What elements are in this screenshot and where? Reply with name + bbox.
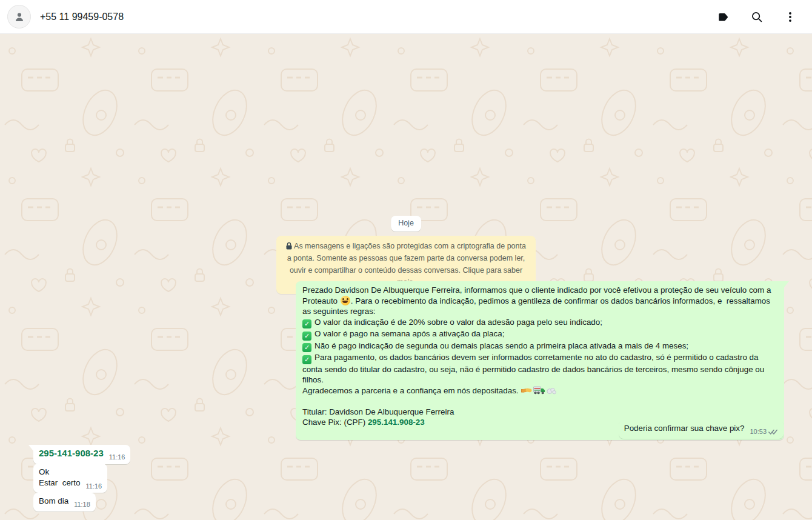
dust-cloud-emoji [547, 387, 556, 395]
grinning-face-emoji [341, 296, 350, 305]
pix-key-link[interactable]: 295.141.908-23 [368, 418, 425, 427]
message-text: Ok Estar certo [39, 467, 80, 487]
search-icon-glyph [750, 10, 764, 24]
message-meta: 11:18 [74, 499, 90, 510]
rule-line: Para pagamento, os dados bancários devem… [302, 352, 777, 385]
truck-emoji [533, 386, 545, 395]
message-meta: 10:53 [750, 427, 778, 438]
titular-line: Titular: Davidson De Albuquerque Ferreir… [302, 407, 777, 418]
kebab-menu-icon[interactable] [783, 10, 797, 24]
timestamp: 10:53 [750, 427, 767, 438]
rule-text: Para pagamento, os dados bancários devem… [302, 353, 767, 384]
message-meta: 11:16 [85, 481, 102, 492]
message-text: Poderia confirmar sua chave pix? [624, 424, 745, 433]
encryption-notice-text: As mensagens e ligações são protegidas c… [287, 242, 526, 287]
chat-area: Hoje As mensagens e ligações são protegi… [0, 34, 812, 520]
person-icon [13, 10, 26, 24]
kebab-menu-glyph [784, 10, 797, 24]
double-check-icon [768, 429, 778, 435]
search-icon[interactable] [750, 10, 764, 24]
closing-line: Agradecemos a parceria e a confiança em … [302, 385, 777, 396]
pix-key-number-link[interactable]: 295-141-908-23 [39, 448, 104, 458]
timestamp: 11:16 [109, 452, 125, 463]
lock-icon [286, 242, 292, 250]
bubble-tail [28, 445, 33, 451]
closing-text: Agradecemos a parceria e a confiança em … [302, 386, 521, 395]
green-check-emoji [302, 332, 311, 341]
chat-header: +55 11 99459-0578 [0, 0, 812, 34]
handshake-emoji [521, 387, 532, 395]
contact-avatar[interactable] [7, 5, 31, 28]
message-text: Bom dia [39, 496, 68, 505]
message-incoming-bom-dia[interactable]: Bom dia11:18 [33, 493, 96, 512]
rule-text: O valor é pago na semana após a ativação… [314, 329, 504, 338]
message-outgoing-referral-info[interactable]: Prezado Davidson De Albuquerque Ferreira… [296, 281, 784, 440]
rule-line: O valor da indicação é de 20% sobre o va… [302, 317, 777, 329]
bubble-tail [784, 281, 789, 287]
label-icon[interactable] [716, 10, 731, 24]
message-incoming-ok[interactable]: Ok Estar certo11:16 [33, 464, 107, 493]
pix-label: Chave Pix: (CPF) [302, 418, 368, 427]
message-meta: 11:16 [109, 452, 125, 463]
header-actions [716, 10, 802, 24]
intro-text-after: . Para o recebimento da indicação, pedim… [302, 296, 773, 316]
timestamp: 11:16 [85, 481, 102, 492]
blank-line [302, 396, 777, 407]
green-check-emoji [302, 343, 311, 352]
green-check-emoji [302, 355, 311, 364]
timestamp: 11:18 [74, 499, 90, 510]
message-outgoing-confirm-pix[interactable]: Poderia confirmar sua chave pix?10:53 [619, 420, 784, 439]
date-divider: Hoje [391, 216, 421, 232]
green-check-emoji [302, 319, 311, 328]
whatsapp-chat-window: +55 11 99459-0578 [0, 0, 812, 520]
message-paragraph-intro: Prezado Davidson De Albuquerque Ferreira… [302, 285, 777, 317]
message-incoming-pix-key[interactable]: 295-141-908-2311:16 [33, 445, 130, 464]
rule-text: Não é pago indicação de segunda ou demai… [314, 341, 688, 350]
rule-line: Não é pago indicação de segunda ou demai… [302, 341, 777, 353]
rule-line: O valor é pago na semana após a ativação… [302, 328, 777, 341]
rule-text: O valor da indicação é de 20% sobre o va… [314, 318, 602, 327]
label-icon-glyph [717, 10, 730, 24]
contact-name[interactable]: +55 11 99459-0578 [40, 12, 124, 22]
